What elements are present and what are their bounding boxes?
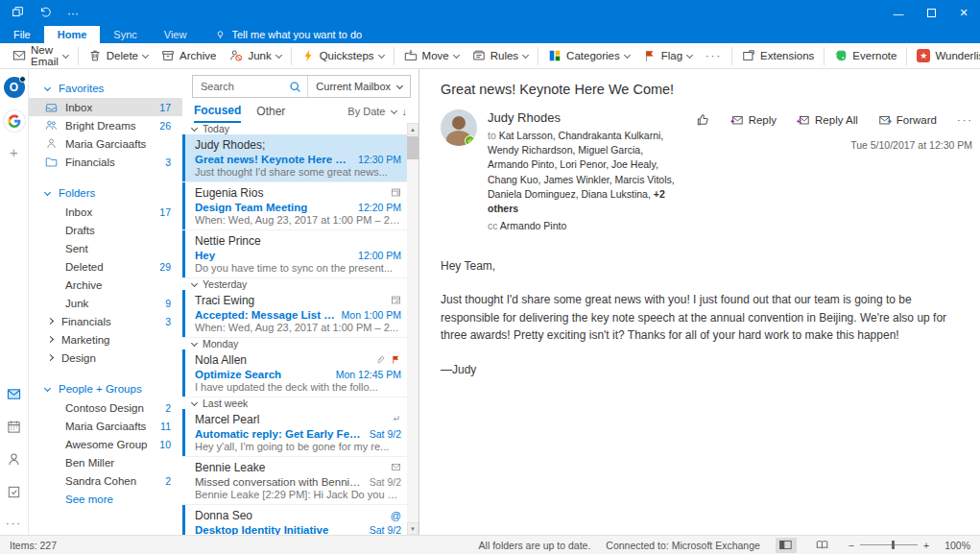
group-item-maria-garciaafts[interactable]: Maria Garciaafts11 — [29, 417, 182, 435]
undo-icon[interactable] — [39, 6, 52, 21]
extensions-button[interactable]: Extensions — [735, 45, 821, 67]
tab-focused[interactable]: Focused — [194, 100, 241, 123]
folder-item-drafts[interactable]: Drafts — [29, 221, 182, 239]
sort-direction-icon[interactable]: ↓ — [402, 106, 408, 117]
people-module-button[interactable] — [7, 452, 21, 470]
forward-button[interactable]: Forward — [872, 110, 944, 130]
recipients-line[interactable]: to Kat Larsson, Chandrakanta Kulkarni, W… — [488, 129, 680, 216]
outlook-account-avatar[interactable]: O — [4, 77, 25, 98]
flag-button[interactable]: Flag — [636, 45, 699, 67]
group-item-awesome-group[interactable]: Awesome Group10 — [29, 435, 182, 453]
search-input[interactable] — [193, 81, 289, 92]
tell-me-box[interactable]: Tell me what you want to do — [200, 26, 362, 43]
more-modules-button[interactable]: ··· — [6, 518, 22, 529]
scroll-up-icon[interactable]: ▲ — [407, 123, 418, 135]
wunderlist-button[interactable]: ★ Wunderlist — [910, 45, 980, 67]
evernote-button[interactable]: Evernote — [827, 45, 903, 67]
move-button[interactable]: Move — [397, 45, 466, 67]
search-scope-dropdown[interactable]: Current Mailbox — [307, 76, 410, 97]
zoom-level[interactable]: 100% — [944, 540, 970, 551]
zoom-slider[interactable] — [860, 544, 918, 545]
sidebar-item-maria-garciaafts[interactable]: Maria Garciaafts — [29, 134, 182, 153]
search-icon[interactable] — [289, 79, 307, 95]
categories-button[interactable]: Categories — [541, 45, 636, 67]
ribbon-separator — [394, 47, 394, 65]
message-row-traci-ewing[interactable]: Traci Ewing Accepted: Message List Rende… — [182, 290, 407, 338]
see-more-link[interactable]: See more — [29, 490, 182, 508]
message-row-nettie-prince[interactable]: Nettie Prince Hey12:00 PM Do you have ti… — [182, 230, 407, 278]
more-actions-button[interactable]: ··· — [950, 111, 980, 129]
tab-home[interactable]: Home — [44, 26, 101, 43]
zoom-slider-thumb[interactable] — [892, 541, 895, 549]
folder-item-archive[interactable]: Archive — [29, 276, 182, 294]
ribbon-separator — [824, 47, 825, 65]
new-email-button[interactable]: New Email — [6, 45, 75, 67]
sidebar-item-inbox[interactable]: Inbox 17 — [29, 98, 182, 116]
tab-other[interactable]: Other — [256, 100, 285, 123]
delete-button[interactable]: Delete — [82, 45, 155, 67]
titlebar-more-icon[interactable]: ··· — [67, 7, 79, 20]
sender-name[interactable]: Judy Rhodes — [488, 110, 680, 125]
message-row-donna-seo[interactable]: Donna Seo @ Desktop Identity InitiativeS… — [182, 505, 407, 535]
message-list-scrollbar[interactable]: ▲ ▼ — [407, 123, 418, 535]
add-account-button[interactable]: + — [10, 144, 18, 160]
folder-item-marketing[interactable]: Marketing — [29, 330, 182, 349]
scrollbar-thumb[interactable] — [407, 136, 418, 159]
chevron-right-icon — [47, 354, 54, 361]
group-item-sandra-cohen[interactable]: Sandra Cohen2 — [29, 471, 182, 490]
group-header-today[interactable]: Today — [182, 123, 407, 134]
message-row-judy-rhodes[interactable]: Judy Rhodes; Great news! Keynote Here We… — [182, 134, 407, 182]
folder-item-sent[interactable]: Sent — [29, 239, 182, 257]
google-account-avatar[interactable] — [4, 110, 25, 132]
tasks-module-button[interactable] — [7, 485, 21, 503]
group-header-yesterday[interactable]: Yesterday — [182, 278, 407, 290]
sidebar-item-bright-dreams[interactable]: Bright Dreams 26 — [29, 116, 182, 134]
junk-button[interactable]: Junk — [223, 45, 287, 67]
folder-item-junk[interactable]: Junk9 — [29, 294, 182, 312]
ribbon-overflow-button[interactable]: ··· — [699, 45, 729, 67]
sidebar-item-financials[interactable]: Financials 3 — [29, 153, 182, 171]
tab-file[interactable]: File — [0, 26, 44, 43]
chevron-right-icon — [47, 318, 54, 325]
cc-line[interactable]: cc Armando Pinto — [488, 219, 680, 233]
message-row-eugenia-rios[interactable]: Eugenia Rios Design Team Meeting12:20 PM… — [182, 182, 407, 230]
minimize-button[interactable]: — — [882, 0, 915, 26]
archive-button[interactable]: Archive — [155, 45, 223, 67]
group-header-last-week[interactable]: Last week — [182, 397, 407, 409]
tab-view[interactable]: View — [151, 26, 201, 43]
group-item-ben-miller[interactable]: Ben Miller — [29, 453, 182, 471]
message-row-bennie-leake[interactable]: Bennie Leake Missed conversation with Be… — [182, 457, 407, 505]
group-item-contoso-design[interactable]: Contoso Design2 — [29, 398, 182, 417]
reply-button[interactable]: Reply — [724, 110, 783, 130]
move-icon — [404, 49, 418, 62]
zoom-out-button[interactable]: − — [849, 540, 854, 551]
rules-button[interactable]: Rules — [466, 45, 535, 67]
close-button[interactable]: ✕ — [947, 0, 980, 26]
maximize-button[interactable] — [915, 0, 947, 26]
calendar-module-button[interactable] — [7, 420, 21, 438]
sort-control[interactable]: By Date ↓ — [347, 106, 407, 117]
folders-header[interactable]: Folders — [29, 183, 182, 203]
message-row-marcel-pearl[interactable]: Marcel Pearl Automatic reply: Get Early … — [182, 409, 407, 457]
quicksteps-button[interactable]: Quicksteps — [295, 45, 391, 67]
folder-item-inbox[interactable]: Inbox17 — [29, 203, 182, 221]
like-button[interactable] — [689, 109, 717, 130]
unread-count: 3 — [165, 157, 171, 168]
folder-item-design[interactable]: Design — [29, 349, 182, 367]
sender-avatar[interactable]: ✓ — [441, 109, 477, 146]
folder-item-deleted[interactable]: Deleted29 — [29, 257, 182, 276]
reply-all-button[interactable]: Reply All — [790, 110, 865, 130]
zoom-in-button[interactable]: + — [923, 540, 929, 551]
mail-module-button[interactable] — [7, 387, 21, 405]
people-groups-header[interactable]: People + Groups — [29, 379, 182, 398]
send-receive-icon[interactable] — [12, 6, 24, 21]
favorites-header[interactable]: Favorites — [29, 79, 182, 98]
group-header-monday[interactable]: Monday — [182, 338, 407, 349]
message-row-nola-allen[interactable]: Nola Allen Optimize SearchMon 12:45 PM I… — [182, 349, 407, 397]
folder-item-financials[interactable]: Financials3 — [29, 312, 182, 330]
normal-view-button[interactable] — [776, 538, 797, 553]
reading-view-button[interactable] — [812, 538, 833, 553]
tab-sync[interactable]: Sync — [100, 26, 150, 43]
scroll-down-icon[interactable]: ▼ — [407, 522, 418, 535]
chevron-down-icon — [624, 51, 631, 58]
